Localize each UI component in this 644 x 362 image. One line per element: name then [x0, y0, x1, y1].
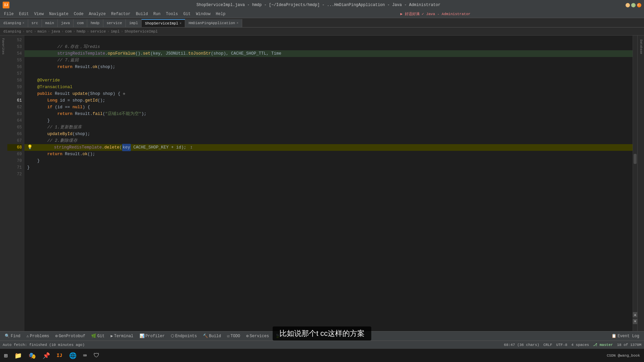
maximize-btn[interactable]: □ — [631, 3, 636, 7]
toolbar-problems-label: Problems — [30, 334, 49, 339]
tab-shopserviceimpl[interactable]: ShopServiceImpl× — [142, 19, 185, 27]
toolbar-services[interactable]: ⚙ Services — [244, 333, 271, 339]
taskbar-security[interactable]: 🛡 — [91, 350, 102, 361]
breadcrumb-java[interactable]: java — [51, 29, 60, 34]
breadcrumb-dianping[interactable]: dianping — [3, 29, 21, 34]
taskbar-terminal-tb[interactable]: ⌨ — [80, 350, 90, 361]
toolbar-build[interactable]: 🔨 Build — [201, 333, 223, 339]
menu-refactor[interactable]: Refactor — [108, 11, 133, 17]
taskbar-explorer[interactable]: 📁 — [12, 350, 24, 361]
code-line-60: public Result update(Shop shop) { ⊕ — [24, 90, 633, 97]
tab-src[interactable]: src — [28, 19, 42, 27]
menu-git[interactable]: Git — [181, 11, 194, 17]
toolbar-todo[interactable]: ☑ TODO — [225, 333, 242, 339]
code-line-57 — [24, 70, 633, 77]
taskbar-intellij[interactable]: IJ — [54, 350, 65, 361]
find-icon: 🔍 — [5, 334, 10, 339]
data-label[interactable]: Database — [639, 37, 643, 57]
status-encoding[interactable]: UTF-8 — [556, 343, 567, 347]
breadcrumb: dianping › src › main › java › com › hmd… — [0, 27, 644, 36]
toolbar-profiler[interactable]: 📊 Profiler — [138, 333, 167, 339]
code-line-62: if (id == null) { — [24, 104, 633, 111]
toolbar-endpoints[interactable]: ⬡ Endpoints — [169, 333, 199, 339]
menu-code[interactable]: Code — [71, 11, 86, 17]
menu-tools[interactable]: Tools — [163, 11, 181, 17]
toolbar-terminal[interactable]: ▶ Terminal — [109, 333, 136, 339]
toolbar-git[interactable]: 🌿 Git — [89, 333, 107, 339]
toolbar-genprotobuf[interactable]: ⚙ GenProtobuf — [53, 333, 87, 339]
csdn-watermark: CSDN @wang_book — [604, 354, 643, 358]
problems-icon: ⚠ — [26, 334, 29, 339]
taskbar-chrome[interactable]: 🌐 — [66, 350, 79, 361]
code-line-54: stringRedisTemplate.opsForValue().set(ke… — [24, 50, 633, 57]
status-indent[interactable]: 4 spaces — [571, 343, 589, 347]
minimize-btn[interactable]: − — [626, 3, 630, 7]
menu-navigate[interactable]: Navigate — [46, 11, 71, 17]
menu-window[interactable]: Window — [193, 11, 213, 17]
taskbar-pin1[interactable]: 📌 — [40, 350, 53, 361]
breadcrumb-hmdp[interactable]: hmdp — [76, 29, 85, 34]
eventlog-icon: 📋 — [611, 334, 616, 339]
toolbar-services-label: Services — [250, 334, 269, 339]
breadcrumb-main[interactable]: main — [38, 29, 46, 34]
tab-main[interactable]: main — [42, 19, 58, 27]
scroll-map[interactable]: ▲ ▼ — [633, 36, 637, 331]
breadcrumb-service[interactable]: service — [90, 29, 106, 34]
code-line-71: } — [24, 164, 633, 171]
menu-view[interactable]: View — [32, 11, 47, 17]
code-line-52 — [24, 37, 633, 44]
code-line-63: return Result.fail("店铺id不能为空"); — [24, 111, 633, 117]
taskbar-powerpoint[interactable]: 🎭 — [26, 350, 39, 361]
tab-hmdianpingapplication[interactable]: HmDianPingApplication× — [185, 19, 242, 27]
window-controls[interactable]: − □ × — [626, 3, 641, 7]
menu-analyze[interactable]: Analyze — [86, 11, 108, 17]
breadcrumb-shopserviceimpl[interactable]: ShopServiceImpl — [124, 29, 158, 34]
tab-java[interactable]: java — [58, 19, 73, 27]
breadcrumb-impl[interactable]: impl — [111, 29, 119, 34]
toolbar-find[interactable]: 🔍 Find — [3, 333, 22, 339]
code-line-66: updateById(shop); — [24, 131, 633, 137]
code-line-72 — [24, 171, 633, 178]
tab-com[interactable]: com — [73, 19, 87, 27]
code-line-65: // 1.更新数据库 — [24, 124, 633, 131]
code-line-58: @Override — [24, 77, 633, 84]
code-line-67: // 2.删除缓存 — [24, 137, 633, 144]
code-line-69: return Result.ok(); — [24, 151, 633, 158]
toolbar-eventlog[interactable]: 📋 Event Log — [609, 333, 641, 339]
favorites-label[interactable]: Favorites — [1, 36, 5, 57]
tab-impl[interactable]: impl — [126, 19, 142, 27]
breadcrumb-src[interactable]: src — [26, 29, 33, 34]
code-editor[interactable]: // 6.存在，写redis stringRedisTemplate.opsFo… — [24, 36, 633, 331]
breadcrumb-com[interactable]: com — [65, 29, 72, 34]
main-area: Favorites 52 53 54 55 56 57 58 59 60 61 … — [0, 36, 644, 331]
status-lineending[interactable]: CRLF — [543, 343, 552, 347]
code-line-53: // 6.存在，写redis — [24, 44, 633, 50]
status-branch[interactable]: ⎇ master — [593, 343, 613, 347]
taskbar-start[interactable]: ⊞ — [1, 350, 10, 361]
toolbar-git-label: Git — [97, 334, 105, 339]
tab-service[interactable]: service — [103, 19, 126, 27]
toolbar-problems[interactable]: ⚠ Problems — [24, 333, 51, 339]
status-lines: 18 of 1370M — [617, 343, 641, 347]
status-position[interactable]: 68:47 (36 chars) — [504, 343, 539, 347]
scroll-up-btn[interactable]: ▲ — [633, 312, 638, 317]
menu-build[interactable]: Build — [133, 11, 151, 17]
menu-file[interactable]: File — [1, 11, 16, 17]
menu-help[interactable]: Help — [213, 11, 228, 17]
close-btn[interactable]: × — [637, 3, 641, 7]
scroll-down-btn[interactable]: ▼ — [633, 319, 638, 324]
tab-dianping[interactable]: dianping× — [0, 19, 28, 27]
terminal-icon: ▶ — [111, 334, 113, 339]
todo-icon: ☑ — [227, 334, 229, 339]
menu-edit[interactable]: Edit — [16, 11, 32, 17]
build-icon: 🔨 — [203, 334, 208, 339]
taskbar: ⊞ 📁 🎭 📌 IJ 🌐 ⌨ 🛡 CSDN @wang_book — [0, 349, 644, 362]
menu-run[interactable]: Run — [151, 11, 163, 17]
app-logo: IJ — [3, 2, 9, 8]
tab-hmdp[interactable]: hmdp — [87, 19, 103, 27]
toolbar-genprotobuf-label: GenProtobuf — [59, 334, 85, 339]
code-line-55: // 7.返回 — [24, 57, 633, 64]
scroll-thumb[interactable] — [634, 154, 637, 164]
menu-bar: File Edit View Navigate Code Analyze Ref… — [0, 10, 644, 18]
toolbar-todo-label: TODO — [230, 334, 240, 339]
